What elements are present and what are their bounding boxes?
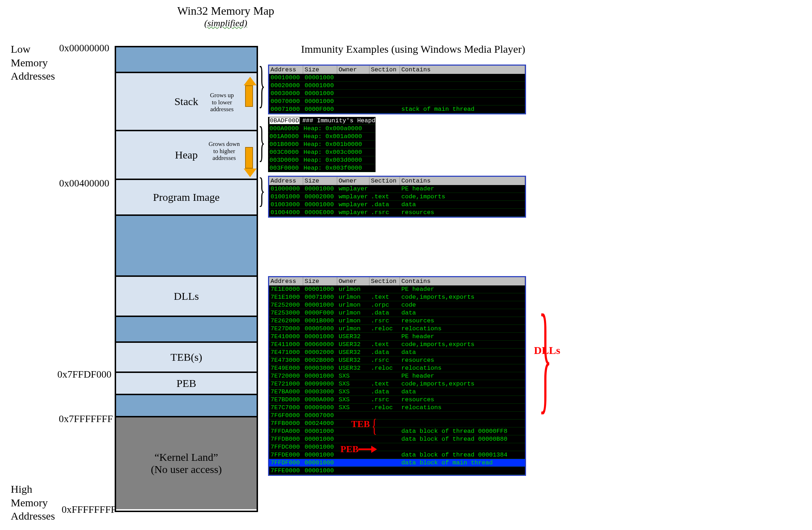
memory-row: 010040000000E000wmplayer.rsrcresources: [269, 209, 525, 217]
brace-heap-icon: }: [258, 117, 265, 167]
addr-0x7fffffff: 0x7FFFFFFF: [59, 413, 113, 425]
col-address: Address: [269, 277, 303, 285]
arrow-peb-icon: [358, 445, 377, 454]
seg-heap: Heap Grows down to higher addresses: [116, 131, 257, 180]
col-contains: Contains: [400, 277, 525, 285]
seg-program-image: Program Image: [116, 180, 257, 216]
diagram-root: Win32 Memory Map (simplified) Low Memory…: [0, 0, 812, 530]
panel-dlls-header: Address Size Owner Section Contains: [269, 277, 525, 285]
panel-dlls-rows: 7E1E000000001000urlmonPE header7E1E10000…: [269, 285, 525, 475]
memory-row: 7FFDA00000001000data block of thread 000…: [269, 427, 525, 435]
memory-row: 7FFDB00000001000data block of thread 000…: [269, 435, 525, 443]
memory-row: 0BADF00D### Immunity's Heapdump ###: [268, 117, 376, 125]
seg-tebs: TEB(s): [116, 343, 257, 373]
seg-kernel: “Kernel Land” (No user access): [116, 417, 257, 509]
memory-map: Stack Grows up to lower addresses Heap G…: [115, 46, 258, 512]
seg-heap-label: Heap: [175, 149, 197, 161]
annotation-teb: TEB: [351, 419, 370, 430]
memory-row: 7E2620000001B000urlmon.rsrcresources: [269, 317, 525, 325]
svg-marker-1: [371, 446, 377, 453]
memory-row: 7FFDE00000001000data block of thread 000…: [269, 451, 525, 459]
memory-row: 001A0000Heap: 0x001a0000: [268, 133, 376, 141]
col-address: Address: [269, 177, 303, 185]
memory-row: 7E7BD0000000A000SXS.rsrcresources: [269, 396, 525, 404]
memory-row: 7FFDC00000001000: [269, 443, 525, 451]
brace-teb-red-icon: {: [372, 415, 377, 436]
panel-stack-header: Address Size Owner Section Contains: [269, 66, 525, 74]
memory-row: 7FFE000000001000: [269, 467, 525, 475]
seg-stack: Stack Grows up to lower addresses: [116, 73, 257, 131]
annotation-dlls: DLLs: [534, 344, 560, 356]
memory-row: 7E72100000099000SXS.textcode,imports,exp…: [269, 380, 525, 388]
memory-row: 7F6F000000007000: [269, 412, 525, 420]
panel-stack: Address Size Owner Section Contains 0001…: [268, 65, 526, 114]
heap-growth-note: Grows down to higher addresses: [209, 141, 240, 162]
memory-row: 003D0000Heap: 0x003d0000: [268, 156, 376, 164]
diagram-title: Win32 Memory Map: [115, 4, 337, 18]
seg-kernel-label-2: (No user access): [151, 463, 222, 475]
seg-dlls: DLLs: [116, 277, 257, 317]
memory-row: 7E2530000000F000urlmon.datadata: [269, 309, 525, 317]
seg-reserved-top: [116, 47, 257, 73]
low-memory-label: Low Memory Addresses: [11, 42, 55, 83]
memory-row: 7FFB000000024000: [269, 420, 525, 427]
col-address: Address: [269, 66, 303, 74]
memory-row: 000710000000F000stack of main thread: [269, 105, 525, 113]
panel-program-rows: 0100000000001000wmplayerPE header0100100…: [269, 185, 525, 217]
memory-row: 001B0000Heap: 0x001b0000: [268, 141, 376, 148]
seg-gap-1: [116, 216, 257, 277]
col-section: Section: [369, 66, 400, 74]
panel-program: Address Size Owner Section Contains 0100…: [268, 176, 526, 218]
memory-row: 7E49E00000003000USER32.relocrelocations: [269, 364, 525, 372]
col-owner: Owner: [337, 277, 369, 285]
seg-gap-3: [116, 395, 257, 417]
stack-growth-note: Grows up to lower addresses: [210, 92, 234, 113]
col-owner: Owner: [337, 177, 369, 185]
addr-0xffffffff: 0xFFFFFFFF: [62, 504, 116, 515]
memory-row: 7E41100000060000USER32.textcode,imports,…: [269, 341, 525, 349]
memory-row: 7E47100000002000USER32.datadata: [269, 349, 525, 356]
panel-heap: 0BADF00D### Immunity's Heapdump ###000A0…: [268, 117, 376, 172]
memory-row: 000A0000Heap: 0x000a0000: [268, 125, 376, 133]
memory-row: 0003000000001000: [269, 90, 525, 98]
annotation-peb: PEB: [340, 444, 359, 455]
panel-program-header: Address Size Owner Section Contains: [269, 177, 525, 185]
col-owner: Owner: [337, 66, 369, 74]
seg-stack-label: Stack: [175, 95, 199, 108]
memory-row: 7E1E000000001000urlmonPE header: [269, 285, 525, 293]
brace-stack-icon: }: [258, 55, 265, 114]
col-section: Section: [369, 277, 400, 285]
col-size: Size: [303, 66, 337, 74]
high-memory-label: High Memory Addresses: [11, 482, 55, 523]
memory-row: 7E41000000001000USER32PE header: [269, 333, 525, 341]
col-contains: Contains: [400, 177, 525, 185]
panel-stack-rows: 0001000000001000000200000000100000030000…: [269, 74, 525, 113]
seg-peb: PEB: [116, 373, 257, 395]
memory-row: 0100000000001000wmplayerPE header: [269, 185, 525, 193]
memory-row: 003F0000Heap: 0x003f0000: [268, 164, 376, 172]
seg-gap-2: [116, 317, 257, 343]
col-contains: Contains: [400, 66, 525, 74]
memory-row: 0002000000001000: [269, 82, 525, 90]
memory-row: 0001000000001000: [269, 74, 525, 82]
col-section: Section: [369, 177, 400, 185]
seg-kernel-label-1: “Kernel Land”: [154, 451, 218, 463]
memory-row: 7E72000000001000SXSPE header: [269, 372, 525, 380]
panel-dlls: Address Size Owner Section Contains 7E1E…: [268, 276, 526, 476]
memory-row: 0007000000001000: [269, 98, 525, 105]
arrow-down-icon: [244, 147, 254, 177]
col-size: Size: [303, 177, 337, 185]
memory-row: 0100300000001000wmplayer.datadata: [269, 201, 525, 209]
diagram-subtitle: (simplified): [115, 18, 337, 29]
seg-program-label: Program Image: [153, 191, 220, 203]
seg-dlls-label: DLLs: [174, 290, 199, 302]
memory-row: 7FFDF00000001000data block of main threa…: [269, 459, 525, 467]
col-size: Size: [303, 277, 337, 285]
brace-program-icon: }: [258, 170, 265, 211]
memory-row: 0100100000002000wmplayer.textcode,import…: [269, 193, 525, 201]
memory-row: 7E4730000002B000USER32.rsrcresources: [269, 356, 525, 364]
memory-row: 7E1E100000071000urlmon.textcode,imports,…: [269, 293, 525, 301]
addr-0x00000000: 0x00000000: [59, 42, 109, 54]
right-title: Immunity Examples (using Windows Media P…: [301, 43, 525, 55]
arrow-up-icon: [244, 77, 254, 107]
